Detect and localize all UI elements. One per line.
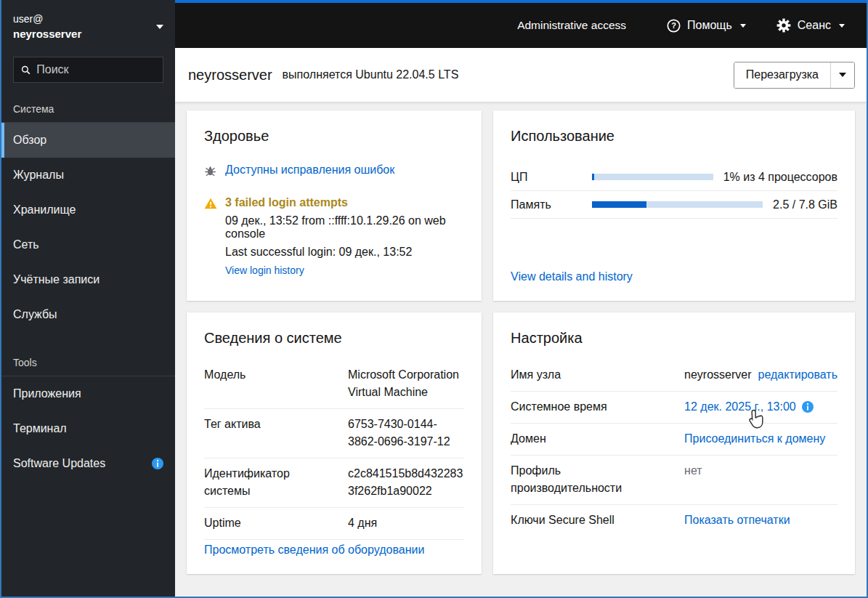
model-row: Модель Microsoft Corporation Virtual Mac… <box>204 360 464 409</box>
sidebar-item-label: Сеть <box>13 238 39 251</box>
page-title-hostname: neyrosserver <box>188 67 272 84</box>
sidebar-item-storage[interactable]: Хранилище <box>1 193 175 227</box>
bug-icon <box>204 163 218 180</box>
sidebar-item-networking[interactable]: Сеть <box>1 227 175 262</box>
session-label: Сеанс <box>798 19 831 32</box>
failed-logins-row: 3 failed login attempts 09 дек., 13:52 f… <box>204 196 464 277</box>
user-hostname: neyrosserver <box>13 26 156 42</box>
configuration-title: Настройка <box>511 330 837 347</box>
asset-tag-value: 6753-7430-0144-3862-0696-3197-12 <box>348 416 464 450</box>
view-details-history-link[interactable]: View details and history <box>511 270 837 283</box>
cpu-progress-bar <box>592 174 713 180</box>
sidebar-item-applications[interactable]: Приложения <box>1 376 175 411</box>
view-hardware-details-link[interactable]: Просмотреть сведения об оборудовании <box>204 544 464 557</box>
sidebar-item-services[interactable]: Службы <box>1 297 175 332</box>
page-header: neyrosserver выполняется Ubuntu 22.04.5 … <box>175 48 867 102</box>
memory-label: Память <box>511 198 592 211</box>
memory-usage-value: 2.5 / 7.8 GiB <box>773 198 837 211</box>
asset-tag-label: Тег актива <box>204 416 330 433</box>
usage-card-title: Использование <box>511 128 837 145</box>
reboot-split-button: Перезагрузка <box>734 62 855 89</box>
cockpit-window: user@ neyrosserver Система Обзор Журналы <box>0 0 868 598</box>
chevron-down-icon <box>156 25 163 29</box>
uptime-label: Uptime <box>204 514 330 532</box>
join-domain-link[interactable]: Присоединиться к домену <box>684 432 825 445</box>
sidebar-item-label: Терминал <box>13 422 67 435</box>
sidebar: user@ neyrosserver Система Обзор Журналы <box>1 0 175 597</box>
overview-content: Здоровье Доступны исправления ошибок <box>175 102 867 597</box>
search-icon <box>21 65 31 76</box>
gear-icon <box>776 18 791 33</box>
help-icon: ? <box>667 19 681 33</box>
system-time-link[interactable]: 12 дек. 2025 г., 13:00 <box>684 398 796 416</box>
info-icon[interactable] <box>802 401 814 413</box>
system-information-list: Модель Microsoft Corporation Virtual Mac… <box>204 360 464 540</box>
sidebar-item-logs[interactable]: Журналы <box>1 158 175 193</box>
machine-id-value: c2c841515b8d4322833f262fb1a90022 <box>348 465 464 500</box>
performance-profile-label: Профиль производительности <box>511 462 667 497</box>
configuration-card: Настройка Имя узла neyrosserverредактиро… <box>493 312 855 574</box>
memory-progress-fill <box>592 201 646 208</box>
last-successful-login: Last successful login: 09 дек., 13:52 <box>225 246 464 259</box>
cpu-usage-row: ЦП 1% из 4 процессоров <box>511 163 837 191</box>
hostname-value: neyrosserver <box>684 368 751 381</box>
show-fingerprints-link[interactable]: Показать отпечатки <box>684 514 790 526</box>
system-information-card: Сведения о системе Модель Microsoft Corp… <box>187 312 482 574</box>
sidebar-item-label: Обзор <box>13 134 46 147</box>
sidebar-item-terminal[interactable]: Терминал <box>1 411 175 446</box>
sidebar-section-tools-label: Tools <box>1 348 175 376</box>
reboot-button[interactable]: Перезагрузка <box>734 62 830 88</box>
sidebar-item-overview[interactable]: Обзор <box>1 123 175 158</box>
sidebar-item-label: Журналы <box>13 169 64 182</box>
ssh-keys-label: Ключи Secure Shell <box>511 512 667 529</box>
reboot-menu-toggle[interactable] <box>830 62 854 88</box>
cpu-usage-value: 1% из 4 процессоров <box>723 171 837 184</box>
memory-progress-bar <box>592 201 763 208</box>
performance-profile-row: Профиль производительности нет <box>511 456 837 505</box>
svg-text:?: ? <box>671 21 676 30</box>
sidebar-item-label: Службы <box>13 308 57 321</box>
user-name: user@ <box>13 12 156 26</box>
usage-card: Использование ЦП 1% из 4 процессоров Пам… <box>493 110 855 301</box>
ssh-keys-row: Ключи Secure Shell Показать отпечатки <box>511 505 837 536</box>
health-card-title: Здоровье <box>204 128 464 145</box>
bug-fixes-link[interactable]: Доступны исправления ошибок <box>225 163 394 177</box>
bug-fixes-row: Доступны исправления ошибок <box>204 163 464 180</box>
sidebar-item-label: Software Updates <box>13 457 105 470</box>
sidebar-item-accounts[interactable]: Учётные записи <box>1 262 175 297</box>
search-input[interactable] <box>36 63 155 76</box>
sidebar-item-label: Хранилище <box>13 203 76 217</box>
view-login-history-link[interactable]: View login history <box>225 264 304 276</box>
sidebar-section-system-label: Система <box>1 94 175 122</box>
user-menu[interactable]: user@ neyrosserver <box>1 0 175 48</box>
performance-profile-value: нет <box>684 462 837 480</box>
chevron-down-icon <box>839 24 845 28</box>
model-value: Microsoft Corporation Virtual Machine <box>348 366 464 401</box>
sidebar-item-software-updates[interactable]: Software Updates <box>1 446 175 481</box>
hostname-label: Имя узла <box>511 366 667 384</box>
machine-id-label: Идентификатор системы <box>204 465 330 500</box>
session-menu[interactable]: Сеанс <box>776 18 845 33</box>
system-time-label: Системное время <box>511 398 667 416</box>
sidebar-nav: Обзор Журналы Хранилище Сеть Учётные зап… <box>1 123 175 481</box>
chevron-down-icon <box>740 24 746 28</box>
search-box[interactable] <box>13 57 163 83</box>
os-release-text: выполняется Ubuntu 22.04.5 LTS <box>283 68 459 81</box>
administrative-access-indicator[interactable]: Administrative access <box>517 19 626 32</box>
domain-label: Домен <box>511 430 667 448</box>
system-time-row: Системное время 12 дек. 2025 г., 13:00 <box>511 392 837 424</box>
model-label: Модель <box>204 366 330 384</box>
warning-icon <box>204 196 218 212</box>
health-card: Здоровье Доступны исправления ошибок <box>187 110 482 301</box>
usage-table: ЦП 1% из 4 процессоров Память 2.5 / 7.8 … <box>511 163 837 219</box>
cpu-progress-fill <box>592 174 594 180</box>
failed-logins-title: 3 failed login attempts <box>225 196 464 209</box>
chevron-down-icon <box>839 73 846 77</box>
domain-row: Домен Присоединиться к домену <box>511 424 837 456</box>
help-menu[interactable]: ? Помощь <box>667 19 746 33</box>
masthead: Administrative access ? Помощь <box>175 0 867 48</box>
sidebar-item-label: Учётные записи <box>13 273 100 286</box>
edit-hostname-link[interactable]: редактировать <box>758 368 837 381</box>
main-area: Administrative access ? Помощь <box>175 0 867 597</box>
failed-login-detail: 09 дек., 13:52 from ::ffff:10.1.29.26 on… <box>225 214 464 241</box>
